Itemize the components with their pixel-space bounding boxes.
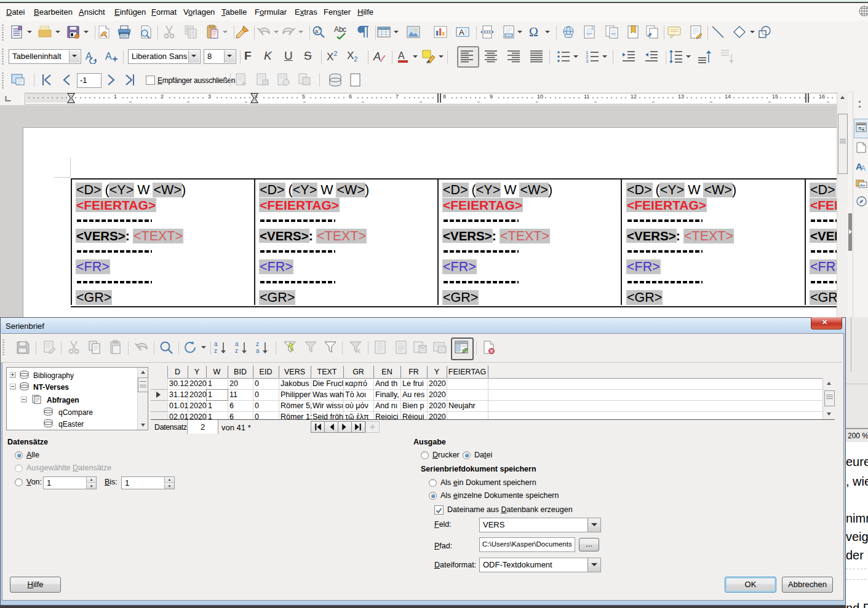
- svg-text:b: b: [319, 26, 321, 31]
- svg-text:A: A: [861, 164, 866, 172]
- svg-text:A: A: [373, 50, 381, 63]
- svg-text:a: a: [256, 347, 260, 354]
- svg-text:Ω: Ω: [529, 25, 538, 39]
- svg-text:A: A: [398, 50, 405, 61]
- svg-text:z: z: [214, 347, 217, 354]
- svg-text:A: A: [86, 51, 92, 61]
- svg-text:1: 1: [591, 26, 594, 30]
- svg-text:z: z: [256, 341, 259, 347]
- svg-text:A: A: [459, 28, 464, 37]
- svg-text:A: A: [105, 51, 112, 61]
- svg-text:Ab: Ab: [334, 25, 343, 34]
- svg-text:c: c: [343, 25, 346, 34]
- svg-text:a: a: [235, 341, 239, 347]
- svg-text:3: 3: [586, 58, 589, 64]
- svg-text:a: a: [214, 341, 218, 347]
- svg-text:a: a: [315, 28, 318, 34]
- svg-text:z: z: [235, 347, 238, 354]
